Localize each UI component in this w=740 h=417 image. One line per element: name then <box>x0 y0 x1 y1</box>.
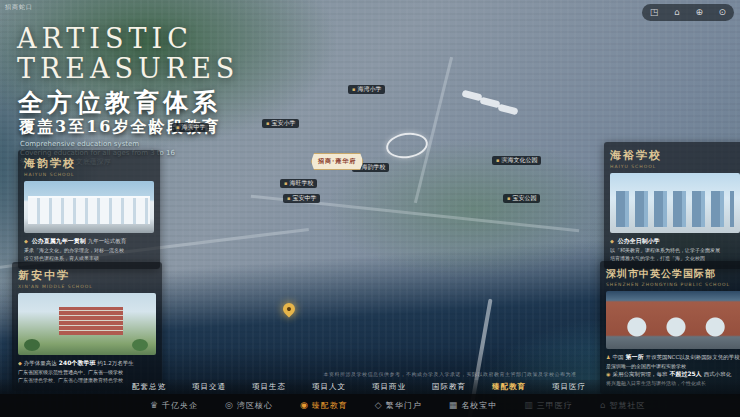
category-label: 湾区核心 <box>237 400 273 411</box>
school-photo <box>24 181 154 233</box>
category-bay-core[interactable]: ◎ 湾区核心 <box>225 400 273 411</box>
category-label: 臻配教育 <box>312 400 348 411</box>
map-label-text: 宝安中学 <box>292 194 316 203</box>
category-schools[interactable]: ▦ 名校宝中 <box>449 400 498 411</box>
bullet-icon: ♟ <box>606 353 610 361</box>
app-window: 招商蛇口 ARTISTIC TREASURES 全方位教育体系 覆盖3至16岁全… <box>0 0 740 417</box>
brand-logo: 招商蛇口 <box>5 3 33 12</box>
caption-line: Comprehensive education system <box>20 140 175 149</box>
line-text: 九年一站式教育 <box>88 237 127 245</box>
line-text: 设立特色课程体系，育人成果丰硕 <box>24 254 99 262</box>
card-line: 广东省国家级示范性普通高中、广东省一级学校 <box>18 368 156 376</box>
home-icon: ⌂ <box>600 401 606 410</box>
card-line: 秉承「海之文化」的办学理念，对标一流名校 <box>24 246 154 254</box>
tab-education-selected[interactable]: 臻配教育 <box>492 382 526 392</box>
category-medical[interactable]: ▥ 三甲医疗 <box>524 400 573 411</box>
map-label-school[interactable]: ▪ 海滨中学 <box>172 123 209 132</box>
line-pre: 办学体量高达 <box>24 359 57 367</box>
map-label-text: 滨海文化公园 <box>501 156 537 165</box>
map-label-text: 海旺学校 <box>289 179 313 188</box>
school-icon: ▪ <box>284 181 287 186</box>
tab-overview[interactable]: 配套总览 <box>132 382 166 392</box>
line-text: 以「和美教育」课程体系为特色，让学子全面发展 <box>610 246 720 254</box>
bullet-icon: ◆ <box>18 359 22 367</box>
park-icon: ▪ <box>507 196 510 201</box>
card-subtitle: HAIYUN SCHOOL <box>24 172 154 177</box>
disclaimer-text: 本资料所涉及学校信息仅供参考，不构成办学及入学承诺，实际以政府教育主管部门政策及… <box>170 371 730 377</box>
card-subtitle: SHENZHEN ZHONGYING PUBLIC SCHOOL <box>606 282 740 287</box>
card-title: 深圳市中英公学国际部 <box>606 267 740 281</box>
bullet-icon: ◆ <box>24 237 28 245</box>
card-line: 设立特色课程体系，育人成果丰硕 <box>24 254 154 262</box>
card-line: 以「和美教育」课程体系为特色，让学子全面发展 <box>610 246 740 254</box>
map-label-park[interactable]: ▪ 宝安公园 <box>503 194 540 203</box>
school-icon: ▪ <box>287 196 290 201</box>
globe-icon[interactable]: ⊕ <box>695 8 703 17</box>
map-label-text: 海滨中学 <box>181 123 205 132</box>
line-text: 秉承「海之文化」的办学理念，对标一流名校 <box>24 246 124 254</box>
card-subtitle: HAIYU SCHOOL <box>610 164 740 169</box>
card-line: 是深圳唯一的全国西中课程实验学校 <box>606 362 740 370</box>
school-card-haiyun: 海韵学校 HAIYUN SCHOOL ◆ 公办直属九年一贯制 九年一站式教育 秉… <box>18 150 160 269</box>
education-icon: ◉ <box>300 401 308 410</box>
tab-medical[interactable]: 项目医疗 <box>552 382 586 392</box>
tab-ecology[interactable]: 项目生态 <box>252 382 286 392</box>
bullet-icon: ◆ <box>610 237 614 245</box>
park-icon: ▪ <box>496 158 499 163</box>
card-line: ◆ 公办全日制小学 <box>610 237 740 245</box>
map-label-school[interactable]: ▪ 海旺学校 <box>280 179 317 188</box>
line-bold: 第一所 <box>625 353 643 361</box>
category-central-enterprise[interactable]: ♛ 千亿央企 <box>150 400 198 411</box>
school-photo <box>18 293 156 355</box>
map-label-school[interactable]: ▪ 海湾小学 <box>348 85 385 94</box>
school-icon: ▪ <box>176 125 179 130</box>
category-community[interactable]: ⌂ 智慧社区 <box>600 400 646 411</box>
page-title-en: ARTISTIC TREASURES <box>17 24 239 84</box>
crown-icon: ♛ <box>150 401 158 410</box>
map-label-text: 宝安公园 <box>512 194 536 203</box>
map-label-school[interactable]: ▪ 宝安中学 <box>283 194 320 203</box>
hospital-icon: ▥ <box>524 401 533 410</box>
line-bold: 公办直属九年一贯制 <box>32 237 86 245</box>
fullscreen-icon[interactable]: ◳ <box>650 8 659 17</box>
school-card-haiyu: 海裕学校 HAIYU SCHOOL ◆ 公办全日制小学 以「和美教育」课程体系为… <box>604 142 740 269</box>
category-label: 智慧社区 <box>609 400 645 411</box>
line-pre: 中国 <box>612 353 623 361</box>
school-icon: ▪ <box>266 121 269 126</box>
category-label: 千亿央企 <box>162 400 198 411</box>
card-subtitle: XIN'AN MIDDLE SCHOOL <box>18 284 156 289</box>
line-text: 约1.2万名学生 <box>97 359 133 367</box>
tab-international-education[interactable]: 国际教育 <box>432 382 466 392</box>
map-label-park[interactable]: ▪ 滨海文化公园 <box>492 156 541 165</box>
power-icon[interactable]: ⊙ <box>719 8 727 17</box>
category-label: 繁华门户 <box>386 400 422 411</box>
nav-category-bar: ♛ 千亿央企 ◎ 湾区核心 ◉ 臻配教育 ◇ 繁华门户 ▦ 名校宝中 ▥ 三甲医… <box>0 394 740 417</box>
compass-icon: ◎ <box>225 401 233 410</box>
card-line: ◆ 公办直属九年一贯制 九年一站式教育 <box>24 237 154 245</box>
card-title: 海韵学校 <box>24 156 154 171</box>
card-title: 新安中学 <box>18 268 156 283</box>
line-text: 广东省国家级示范性普通高中、广东省一级学校 <box>18 368 123 376</box>
diamond-icon: ◇ <box>375 401 382 410</box>
top-toolbar: ◳ ⌂ ⊕ ⊙ <box>642 4 734 21</box>
home-icon[interactable]: ⌂ <box>674 8 680 17</box>
page-headline: 全方位教育体系 <box>18 86 221 119</box>
tab-transport[interactable]: 项目交通 <box>192 382 226 392</box>
building-icon: ▦ <box>449 401 458 410</box>
map-label-school[interactable]: ▪ 宝安小学 <box>262 119 299 128</box>
tab-business[interactable]: 项目商业 <box>372 382 406 392</box>
line-text: 是深圳唯一的全国西中课程实验学校 <box>606 362 686 370</box>
line-bold: 公办全日制小学 <box>618 237 660 245</box>
category-label: 名校宝中 <box>461 400 497 411</box>
project-emblem[interactable]: 招商·雍华府 <box>311 153 363 170</box>
school-icon: ▪ <box>352 87 355 92</box>
category-education-selected[interactable]: ◉ 臻配教育 <box>300 400 348 411</box>
category-label: 三甲医疗 <box>537 400 573 411</box>
map-label-text: 宝安小学 <box>271 119 295 128</box>
map-label-text: 海韵学校 <box>361 163 385 172</box>
tab-culture[interactable]: 项目人文 <box>312 382 346 392</box>
category-gateway[interactable]: ◇ 繁华门户 <box>375 400 422 411</box>
card-title: 海裕学校 <box>610 148 740 163</box>
line-bold: 240个教学班 <box>59 359 96 367</box>
nav-tab-row: 配套总览 项目交通 项目生态 项目人文 项目商业 国际教育 臻配教育 项目医疗 <box>0 380 740 394</box>
